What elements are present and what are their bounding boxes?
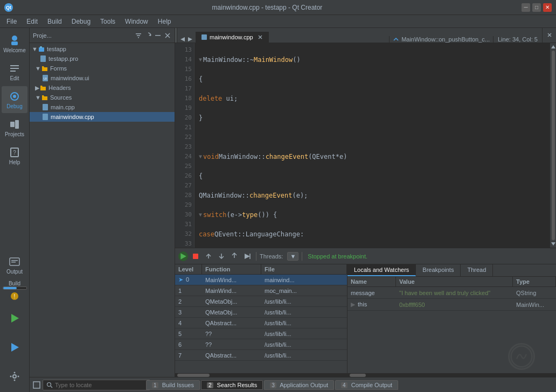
stack-hscrollbar[interactable]	[175, 373, 347, 377]
editor-tab-mainwindowcpp[interactable]: mainwindow.cpp	[196, 32, 269, 43]
locals-tab-thread[interactable]: Thread	[461, 264, 493, 276]
locals-hscrollbar[interactable]	[348, 373, 556, 377]
close-button[interactable]: ✕	[543, 3, 552, 12]
status-tab-compile[interactable]: 4 Compile Output	[335, 380, 398, 390]
project-icon	[38, 45, 45, 53]
svg-rect-12	[11, 260, 18, 261]
stack-row-5[interactable]: 5 ?? /usr/lib/li...	[175, 328, 347, 339]
sidebar-item-debug[interactable]: Debug	[2, 86, 27, 113]
editor-scrollbar[interactable]	[550, 43, 556, 248]
edit-icon	[9, 62, 20, 74]
sidebar-item-welcome[interactable]: Welcome	[2, 30, 27, 57]
status-tab-3-num: 3	[270, 382, 276, 388]
svg-point-18	[13, 375, 16, 378]
svg-rect-47	[193, 254, 198, 259]
status-search-box[interactable]	[43, 380, 150, 390]
code-line-22: case QEvent::LanguageChange:	[199, 229, 545, 239]
filter-icon[interactable]	[135, 32, 142, 39]
locals-row-this[interactable]: ▶ this 0xbffff650 MainWin...	[348, 299, 556, 311]
run-button[interactable]	[2, 305, 27, 332]
menu-help[interactable]: Help	[154, 17, 176, 26]
status-left	[30, 380, 144, 390]
tree-item-maincpp[interactable]: main.cpp	[30, 102, 175, 112]
debug-step-into-button[interactable]	[216, 251, 227, 262]
menu-file[interactable]: File	[2, 17, 21, 26]
svg-marker-45	[551, 242, 555, 246]
statusbar: 1 Build Issues 2 Search Results 3 Applic…	[30, 377, 556, 392]
status-tab-2-label: Search Results	[217, 382, 258, 388]
close-filetree-icon[interactable]	[164, 32, 171, 39]
menu-window[interactable]: Window	[121, 17, 152, 26]
svg-rect-8	[15, 120, 19, 129]
svg-text:?: ?	[13, 150, 16, 156]
debug-step-out-button[interactable]	[229, 251, 240, 262]
sidebar-item-edit[interactable]: Edit	[2, 58, 27, 85]
sync-icon[interactable]	[144, 32, 152, 39]
code-line-21: ▼ switch (e->type()) {	[199, 210, 545, 220]
stack-row-0[interactable]: ➤ 0 MainWind... mainwind...	[175, 275, 347, 285]
sidebar-item-help[interactable]: ? Help	[2, 142, 27, 169]
stack-row-4[interactable]: 4 QAbstract... /usr/lib/li...	[175, 318, 347, 328]
debug-continue-button[interactable]	[178, 251, 188, 261]
status-tab-search[interactable]: 2 Search Results	[201, 380, 263, 390]
menu-build[interactable]: Build	[43, 17, 66, 26]
menu-debug[interactable]: Debug	[67, 17, 95, 26]
tree-item-headers[interactable]: ▶ Headers	[30, 83, 175, 93]
tree-item-mainwindowcpp[interactable]: mainwindow.cpp	[30, 112, 175, 122]
back-icon[interactable]	[179, 36, 186, 43]
locals-row-message[interactable]: message "I have been well and truly clic…	[348, 287, 556, 299]
svg-marker-37	[180, 37, 185, 41]
menu-edit[interactable]: Edit	[22, 17, 42, 26]
code-content[interactable]: ▼MainWindow::~MainWindow() { delete ui; …	[194, 43, 550, 248]
svg-marker-44	[551, 45, 555, 48]
editor-tab-label: mainwindow.cpp	[210, 34, 253, 40]
status-tab-build[interactable]: 1 Build Issues	[146, 380, 200, 390]
tree-item-forms-label: Forms	[50, 65, 67, 72]
stack-col-file: File	[261, 264, 347, 274]
tree-item-sources[interactable]: ▼ Sources	[30, 93, 175, 102]
search-input[interactable]	[55, 382, 136, 388]
code-area: 1314151617 1819202122 2324252627 2829303…	[175, 43, 556, 248]
forward-icon[interactable]	[187, 36, 193, 43]
status-tab-appoutput[interactable]: 3 Application Output	[264, 380, 334, 390]
tree-item-testapp[interactable]: ▼ testapp	[30, 44, 175, 54]
stack-hscrollbar-thumb[interactable]	[177, 374, 210, 377]
menu-tools[interactable]: Tools	[96, 17, 120, 26]
tree-item-testapppro[interactable]: testapp.pro	[30, 54, 175, 64]
stack-row-2[interactable]: 2 QMetaObj... /usr/lib/li...	[175, 296, 347, 307]
stack-row-6[interactable]: 6 ?? /usr/lib/li...	[175, 339, 347, 350]
sidebar-item-projects[interactable]: Projects	[2, 114, 27, 141]
sidebar-item-output[interactable]: Output	[2, 251, 27, 278]
debug-step-over-button[interactable]	[203, 251, 214, 262]
close-editor-btn[interactable]	[542, 28, 556, 43]
debug-content: Level Function File ➤ 0 MainWind... main…	[175, 264, 556, 377]
settings-button[interactable]	[2, 363, 27, 390]
svg-text:!: !	[14, 293, 16, 299]
code-line-13: ▼MainWindow::~MainWindow()	[199, 55, 545, 65]
scrollbar-thumb[interactable]	[552, 51, 555, 240]
threads-dropdown[interactable]: ▼	[287, 252, 298, 261]
stack-cell-func-3: QMetaObj...	[202, 308, 261, 317]
stack-cell-func-6: ??	[202, 340, 261, 349]
locals-header: Name Value Type	[348, 277, 556, 287]
scroll-up-icon[interactable]	[551, 44, 556, 50]
tree-item-forms[interactable]: ▼ Forms	[30, 64, 175, 73]
minimize-button[interactable]: ─	[522, 3, 530, 12]
scroll-down-icon[interactable]	[551, 241, 556, 247]
locals-tab-breakpoints[interactable]: Breakpoints	[416, 264, 461, 276]
locals-hscrollbar-thumb[interactable]	[350, 374, 366, 377]
debug-run-button[interactable]	[2, 334, 27, 361]
stack-row-3[interactable]: 3 QMetaObj... /usr/lib/li...	[175, 307, 347, 318]
debug-run-to-cursor-button[interactable]	[242, 251, 253, 262]
stack-cell-func-2: QMetaObj...	[202, 297, 261, 306]
stack-row-1[interactable]: 1 MainWind... moc_main...	[175, 285, 347, 296]
locals-tab-locals[interactable]: Locals and Watchers	[348, 264, 416, 276]
close-tab-icon[interactable]	[258, 34, 263, 40]
collapse-icon[interactable]	[154, 32, 162, 39]
stack-row-7[interactable]: 7 QAbstract... /usr/lib/li...	[175, 350, 347, 361]
debug-stop-button[interactable]	[190, 251, 201, 262]
sidebar-item-debug-label: Debug	[6, 103, 22, 109]
app-logo: Qt	[4, 3, 13, 12]
tree-item-mainwindowui[interactable]: UI mainwindow.ui	[30, 73, 175, 83]
maximize-button[interactable]: □	[532, 3, 541, 12]
